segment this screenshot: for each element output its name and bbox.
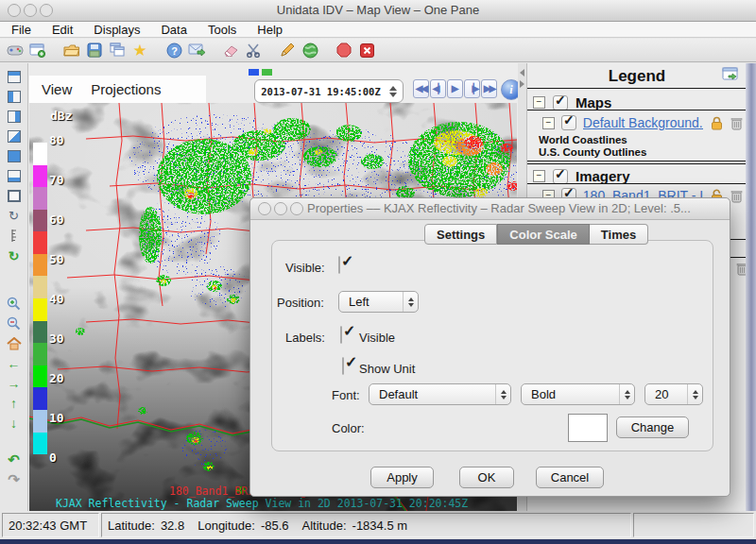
menu-bar: File Edit Displays Data Tools Help <box>0 22 756 38</box>
menu-edit[interactable]: Edit <box>52 23 73 37</box>
time-stepper[interactable] <box>387 86 403 97</box>
globe-icon[interactable] <box>300 41 320 60</box>
default-background-link[interactable]: Default Background... <box>583 115 703 130</box>
dialog-close-button[interactable] <box>258 202 271 215</box>
dashboard-icon[interactable] <box>5 41 26 60</box>
auto-rotate-icon[interactable]: ↻ <box>6 247 23 264</box>
trash-icon[interactable] <box>730 189 743 203</box>
menu-view[interactable]: View <box>42 81 72 97</box>
position-dropdown[interactable]: Left <box>338 291 419 313</box>
divider <box>527 88 747 89</box>
visible-checkbox[interactable]: ✓ <box>338 256 340 274</box>
cancel-button[interactable]: Cancel <box>536 467 604 488</box>
view-east-cube-icon[interactable] <box>6 109 23 125</box>
rotate-view-icon[interactable]: ↻ <box>6 208 23 224</box>
exit-icon[interactable] <box>356 41 377 60</box>
edit-pencil-icon[interactable] <box>277 41 298 60</box>
position-label: Position: <box>277 296 324 310</box>
step-forward-button[interactable]: ▕▶ <box>464 79 480 98</box>
support-request-icon[interactable] <box>186 41 207 60</box>
font-size-dropdown[interactable]: 20 <box>644 383 703 405</box>
box-outline-icon[interactable] <box>6 188 23 204</box>
menu-projections[interactable]: Projections <box>91 81 161 97</box>
show-unit-label: Show Unit <box>359 362 415 376</box>
zoom-out-icon[interactable] <box>6 315 23 332</box>
favorites-star-icon[interactable]: ★ <box>129 41 150 60</box>
stop-icon[interactable] <box>334 41 354 60</box>
color-scale-bar <box>33 143 47 454</box>
collapse-item-icon[interactable]: − <box>542 117 555 129</box>
home-icon[interactable] <box>6 335 23 351</box>
play-button[interactable]: ▶ <box>447 79 463 98</box>
animation-step-indicator-green <box>262 69 272 76</box>
eraser-icon[interactable] <box>220 41 241 60</box>
ok-button[interactable]: OK <box>459 467 514 488</box>
main-toolbar: ★ ? <box>0 39 756 62</box>
help-icon[interactable]: ? <box>163 41 184 60</box>
pan-down-icon[interactable]: ↓ <box>6 415 23 431</box>
map-layer-label[interactable]: U.S. County Outlines <box>539 146 646 158</box>
status-extra-box <box>633 513 754 537</box>
stepper-icon <box>619 384 634 404</box>
menu-data[interactable]: Data <box>161 23 186 37</box>
time-selector[interactable]: 2013-07-31 19:45:00Z <box>254 79 404 103</box>
collapse-right-icon[interactable] <box>520 80 524 88</box>
view-south-cube-icon[interactable] <box>6 128 23 144</box>
viewpoint-toolbar: ↻ ↻ ← → ↑ ↓ ↶ ↷ <box>0 63 28 511</box>
cursor-readout: Latitude: 32.8 Longitude: -85.6 Altitude… <box>101 513 631 537</box>
open-folder-icon[interactable] <box>61 41 82 60</box>
trash-icon[interactable] <box>730 116 743 130</box>
labels-visible-checkbox[interactable]: ✓ <box>340 326 342 344</box>
change-color-button[interactable]: Change <box>616 416 689 438</box>
collapse-maps-icon[interactable]: − <box>533 96 545 109</box>
pan-right-icon[interactable]: → <box>6 375 23 391</box>
fast-forward-button[interactable]: ▶▶ <box>481 79 497 98</box>
apply-button[interactable]: Apply <box>370 467 434 488</box>
dialog-zoom-button[interactable] <box>290 202 303 215</box>
step-back-button[interactable]: ◀▏ <box>430 79 446 98</box>
font-style-dropdown[interactable]: Bold <box>521 383 635 405</box>
default-background-visibility-checkbox[interactable]: ✓ <box>561 115 576 130</box>
copy-display-icon[interactable] <box>107 41 128 60</box>
tab-times[interactable]: Times <box>590 224 648 245</box>
pan-up-icon[interactable]: ↑ <box>6 395 23 411</box>
zoom-in-icon[interactable] <box>6 296 23 312</box>
menu-displays[interactable]: Displays <box>94 23 140 37</box>
vertical-scale-ruler-icon[interactable] <box>6 228 23 244</box>
view-bottom-cube-icon[interactable] <box>6 168 23 184</box>
menu-tools[interactable]: Tools <box>208 23 236 37</box>
show-unit-checkbox[interactable]: ✓ <box>342 357 344 375</box>
color-scale-tick: 20 <box>49 371 64 385</box>
dialog-minimize-button[interactable] <box>274 202 287 215</box>
rewind-button[interactable]: ◀◀ <box>413 79 429 98</box>
tab-color-scale[interactable]: Color Scale <box>497 224 590 245</box>
save-icon[interactable] <box>84 41 105 60</box>
maps-visibility-checkbox[interactable]: ✓ <box>553 95 568 110</box>
properties-dialog: Properties –– KJAX Reflectivity – Radar … <box>249 197 730 497</box>
view-north-cube-icon[interactable] <box>6 89 23 105</box>
time-value: 2013-07-31 19:45:00Z <box>255 86 387 97</box>
font-name-dropdown[interactable]: Default <box>369 383 511 405</box>
redo-icon[interactable]: ↷ <box>6 471 23 487</box>
map-layer-label[interactable]: World Coastlines <box>539 134 627 145</box>
view-west-cube-icon[interactable] <box>6 148 23 164</box>
collapse-imagery-icon[interactable]: − <box>533 170 545 182</box>
stepper-icon <box>687 384 702 404</box>
imagery-visibility-checkbox[interactable]: ✓ <box>553 169 568 184</box>
view-top-cube-icon[interactable] <box>6 69 23 85</box>
tab-settings[interactable]: Settings <box>424 224 497 245</box>
lock-icon[interactable] <box>710 116 724 130</box>
undo-icon[interactable]: ↶ <box>6 451 23 468</box>
pan-left-icon[interactable]: ← <box>6 355 23 371</box>
collapse-left-icon[interactable] <box>520 69 524 76</box>
rail-spacer <box>6 434 23 448</box>
dialog-tabs: Settings Color Scale Times <box>424 224 648 245</box>
menu-file[interactable]: File <box>11 23 31 37</box>
menu-help[interactable]: Help <box>257 23 283 37</box>
divider <box>527 183 747 184</box>
new-display-window-icon[interactable] <box>27 41 48 60</box>
dialog-title: Properties –– KJAX Reflectivity – Radar … <box>307 201 691 215</box>
float-legend-icon[interactable] <box>722 67 740 83</box>
scissors-icon[interactable] <box>243 41 264 60</box>
legend-title: Legend <box>527 67 747 86</box>
